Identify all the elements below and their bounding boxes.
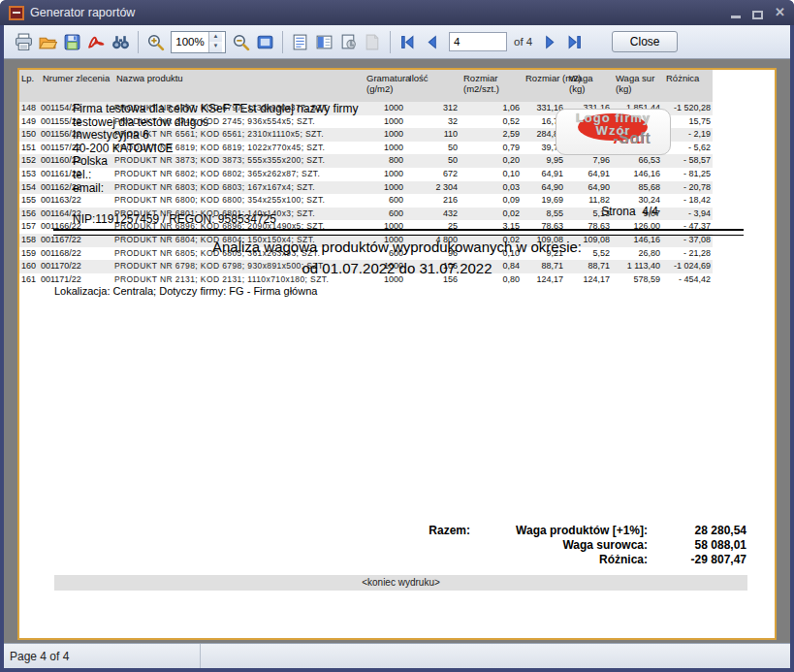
last-page-button[interactable] [562,30,587,54]
cell-grammage: 600 [365,208,407,221]
cell-lp: 155 [19,194,41,208]
toolbar: ▲▼ of 4 [4,25,790,59]
cell-difference: -1 520,28 [664,102,713,115]
cell-quantity: 216 [407,194,461,208]
print-button[interactable] [12,30,36,54]
cell-grammage: 1000 [365,102,407,115]
report-subtitle: Lokalizacja: Centrala; Dotyczy firmy: FG… [54,285,317,297]
cell-difference: - 18,42 [664,194,713,208]
cell-grammage: 1000 [365,181,407,195]
report-title-line2: od 01.07.2022 do 31.07.2022 [19,260,775,276]
cell-size-m2: 8,55 [524,208,567,221]
summary-razem-label: Razem: [429,524,470,537]
cell-quantity: 50 [407,154,461,168]
cell-difference: - 81,25 [664,168,713,181]
column-header-8: Waga sur(kg) [614,70,664,102]
cell-lp: 156 [19,208,41,221]
window-title: Generator raportów [30,6,135,19]
next-page-icon [543,35,557,49]
cell-weight: 64,90 [567,181,614,195]
find-button[interactable] [109,30,133,54]
maximize-button[interactable] [752,6,763,19]
export-pdf-button[interactable] [84,30,109,54]
save-button[interactable] [60,30,84,54]
cell-grammage: 800 [365,154,407,168]
summary-weight-value: 28 280,54 [695,524,746,537]
summary-raw-value: 58 088,01 [695,538,746,552]
first-page-button[interactable] [396,30,420,54]
previous-page-button[interactable] [420,30,444,54]
cell-grammage: 1000 [365,115,407,129]
titlebar[interactable]: Generator raportów ✕ [0,0,794,25]
zoom-level-input[interactable] [172,32,208,52]
page-number-input[interactable] [449,32,507,51]
last-page-icon [567,35,582,49]
cell-lp: 150 [19,128,41,142]
cell-quantity: 32 [407,115,461,129]
binoculars-icon [111,33,130,51]
open-button[interactable] [36,30,60,54]
column-header-9: Różnica [664,70,713,102]
cell-lp: 154 [19,181,41,195]
edit-page-button[interactable] [361,30,385,54]
logo-watermark-line2: Wzór [556,123,670,138]
whole-page-icon [256,33,274,51]
next-page-button[interactable] [538,30,562,54]
cell-quantity: 432 [407,208,461,221]
cell-lp: 157 [19,220,41,234]
zoom-spin-up[interactable]: ▲ [209,32,222,43]
cell-quantity: 672 [407,168,461,181]
cell-size-m2: 9,95 [524,154,567,168]
cell-difference: 15,75 [664,115,713,129]
cell-lp: 152 [19,154,41,168]
open-folder-icon [39,33,57,51]
close-button[interactable]: Close [612,31,678,52]
whole-page-button[interactable] [253,30,277,54]
cell-difference: - 58,57 [664,154,713,168]
cell-lp: 151 [19,142,41,155]
zoom-level-spinner: ▲▼ [171,31,226,53]
report-generator-window: Generator raportów ✕ ▲▼ [0,0,794,672]
close-window-button[interactable]: ✕ [775,6,785,19]
cell-grammage: 1000 [365,128,407,142]
cell-quantity: 312 [407,102,461,115]
column-header-4: Ilość [407,70,461,102]
company-line: Firma testowa dla celów KSeF TEst długie… [73,103,359,116]
cell-difference: - 2,19 [664,128,713,142]
cell-difference: - 20,78 [664,181,713,195]
cell-lp: 149 [19,115,41,129]
preview-area[interactable]: Firma testowa dla celów KSeF TEst długie… [4,59,790,643]
cell-size-per-unit: 2,59 [461,128,524,142]
properties-wrench-icon [339,33,358,51]
report-title-line1: Analiza wagowa produktów wyprodukowanych… [19,239,775,255]
previous-page-icon [425,35,439,49]
cell-size-per-unit: 0,20 [461,154,524,168]
two-page-view-button[interactable] [312,30,336,54]
page-text-view-button[interactable] [288,30,312,54]
pdf-icon [87,33,106,51]
cell-raw-weight: 66,53 [614,154,664,168]
column-header-5: Rozmiar(m2/szt.) [461,70,524,102]
cell-size-per-unit: 0,03 [461,181,524,195]
cell-size-per-unit: 0,79 [461,142,524,155]
cell-grammage: 1000 [365,168,407,181]
print-properties-button[interactable] [336,30,361,54]
zoom-in-button[interactable] [143,30,168,54]
page-text-view-icon [291,33,309,51]
zoom-spin-down[interactable]: ▼ [209,42,222,52]
summary-raw-label: Waga surowca: [562,538,648,552]
cell-size-m2: 64,90 [524,181,567,195]
minimize-button[interactable] [731,6,741,19]
zoom-out-button[interactable] [229,30,253,54]
cell-order-number: 001163/22 [41,194,114,208]
zoom-spin-buttons: ▲▼ [208,32,222,52]
cell-size-m2: 19,69 [524,194,567,208]
status-divider [200,644,201,668]
app-icon [9,6,24,20]
cell-weight: 64,91 [567,168,614,181]
cell-size-per-unit: 1,06 [461,102,524,115]
column-header-0: Lp. [19,70,41,102]
toolbar-separator [282,31,283,53]
two-page-view-icon [315,33,333,51]
toolbar-separator [138,31,139,53]
